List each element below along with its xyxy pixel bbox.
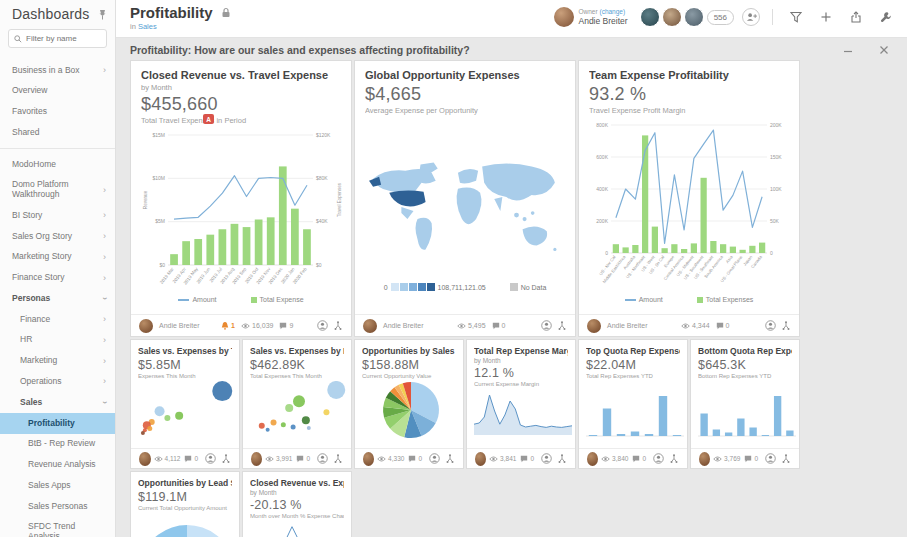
sidebar-item-sales[interactable]: Sales›: [0, 392, 115, 413]
area-chart[interactable]: [474, 389, 572, 435]
avatar[interactable]: [363, 452, 374, 466]
card-total-rep-expense-margin[interactable]: Total Rep Expense Margin by Month 12.1 %…: [466, 339, 576, 469]
filter-button[interactable]: [785, 6, 807, 28]
people-count-badge[interactable]: 556: [707, 10, 734, 25]
avatar[interactable]: [662, 7, 682, 27]
sidebar-item-revenue-analysis[interactable]: Revenue Analysis: [0, 455, 115, 476]
bubble-chart[interactable]: [138, 381, 236, 437]
sidebar-item-hr[interactable]: HR›: [0, 330, 115, 351]
sidebar-item-btb-rep-review[interactable]: BtB - Rep Review: [0, 434, 115, 455]
avatar[interactable]: [251, 452, 262, 466]
bar-chart[interactable]: [698, 381, 796, 437]
comments-stat[interactable]: 9: [279, 322, 293, 330]
filter-input[interactable]: [26, 34, 101, 43]
sidebar-item-business-in-a-box[interactable]: Business in a Box›: [0, 60, 115, 81]
sidebar-item-sales-apps[interactable]: Sales Apps: [0, 475, 115, 496]
combo-chart[interactable]: 800K200K600K150K400K100K200K50K00US - No…: [589, 117, 791, 295]
sidebar-item-marketing[interactable]: Marketing›: [0, 351, 115, 372]
owner-block[interactable]: Owner (change) Andie Breiter: [554, 7, 628, 27]
profile-icon[interactable]: [541, 320, 552, 331]
sidebar-item-finance-story[interactable]: Finance Story›: [0, 268, 115, 289]
card-opportunities-by-lead-source[interactable]: Opportunities by Lead So... $119.1M Curr…: [130, 471, 240, 537]
close-icon[interactable]: [879, 45, 889, 55]
sidebar-item-personas[interactable]: Personas›: [0, 288, 115, 309]
comments-stat[interactable]: 0: [744, 455, 758, 463]
card-team-expense-profitability[interactable]: Team Expense Profitability 93.2 % Travel…: [578, 60, 800, 337]
connections-icon[interactable]: [669, 453, 679, 464]
profile-icon[interactable]: [541, 453, 552, 464]
shared-avatars[interactable]: 556: [640, 7, 734, 27]
connections-icon[interactable]: [333, 320, 343, 331]
sidebar-item-favorites[interactable]: Favorites: [0, 102, 115, 123]
alert-badge[interactable]: A: [203, 114, 214, 124]
owner-avatar[interactable]: [554, 7, 574, 27]
avatar[interactable]: [684, 7, 704, 27]
card-closed-revenue-vs-expense[interactable]: Closed Revenue vs. Expe... by Month -20.…: [242, 471, 352, 537]
minimize-icon[interactable]: [843, 45, 853, 55]
avatar[interactable]: [139, 452, 151, 466]
sidebar-item-modohome[interactable]: ModoHome: [0, 154, 115, 175]
comments-stat[interactable]: 0: [492, 322, 506, 330]
sidebar-item-sales-org-story[interactable]: Sales Org Story›: [0, 226, 115, 247]
profile-icon[interactable]: [765, 320, 776, 331]
card-opportunities-by-sales-team[interactable]: Opportunities by Sales Te... $158.88M Cu…: [354, 339, 464, 469]
profile-icon[interactable]: [653, 453, 664, 464]
breadcrumb-link[interactable]: Sales: [138, 22, 157, 31]
card-closed-revenue-vs-travel-expense[interactable]: Closed Revenue vs. Travel Expense by Mon…: [130, 60, 352, 337]
card-sales-vs-expenses-by-territory[interactable]: Sales vs. Expenses by Ter... $5.85M Expe…: [130, 339, 240, 469]
bubble-chart[interactable]: [250, 381, 348, 437]
avatar[interactable]: [475, 452, 486, 466]
connections-icon[interactable]: [781, 320, 791, 331]
comments-stat[interactable]: 0: [408, 455, 422, 463]
sidebar-item-domo-platform-walkthrough[interactable]: Domo Platform Walkthrough›: [0, 175, 115, 206]
avatar[interactable]: [587, 319, 601, 333]
world-map-chart[interactable]: [365, 137, 567, 277]
line-chart[interactable]: [250, 521, 348, 537]
connections-icon[interactable]: [333, 453, 343, 464]
combo-chart[interactable]: $15M$120K$10M$80K$5M$40K$0$02019 Mar2019…: [141, 127, 343, 295]
pie-chart[interactable]: [362, 381, 460, 439]
sidebar-item-sfdc-trend-analysis[interactable]: SFDC Trend Analysis: [0, 517, 115, 537]
profile-icon[interactable]: [765, 453, 776, 464]
alerts-stat[interactable]: 1: [221, 321, 235, 330]
comments-stat[interactable]: 0: [296, 455, 310, 463]
avatar[interactable]: [640, 7, 660, 27]
sidebar-item-operations[interactable]: Operations›: [0, 371, 115, 392]
sidebar-filter[interactable]: [8, 29, 107, 48]
pie-chart[interactable]: [138, 513, 236, 537]
sidebar-item-marketing-story[interactable]: Marketing Story›: [0, 247, 115, 268]
avatar[interactable]: [699, 452, 710, 466]
card-sales-vs-expenses-by-industry[interactable]: Sales vs. Expenses by Ind... $462.89K To…: [242, 339, 352, 469]
settings-button[interactable]: [875, 6, 897, 28]
sidebar-item-finance[interactable]: Finance›: [0, 309, 115, 330]
connections-icon[interactable]: [557, 320, 567, 331]
owner-change-link[interactable]: (change): [599, 8, 625, 15]
pin-icon[interactable]: [98, 9, 107, 20]
profile-icon[interactable]: [317, 453, 328, 464]
sidebar-item-bi-story[interactable]: BI Story›: [0, 205, 115, 226]
connections-icon[interactable]: [445, 453, 455, 464]
bar-chart[interactable]: [586, 381, 684, 437]
comments-stat[interactable]: 0: [716, 322, 730, 330]
comments-stat[interactable]: 0: [184, 455, 198, 463]
avatar[interactable]: [587, 452, 598, 466]
profile-icon[interactable]: [429, 453, 440, 464]
comments-stat[interactable]: 0: [632, 455, 646, 463]
connections-icon[interactable]: [557, 453, 567, 464]
add-button[interactable]: [815, 6, 837, 28]
card-top-quota-rep-expenses[interactable]: Top Quota Rep Expenses $22.04M Total Rep…: [578, 339, 688, 469]
connections-icon[interactable]: [781, 453, 791, 464]
sidebar-item-shared[interactable]: Shared: [0, 122, 115, 143]
share-button[interactable]: [845, 6, 867, 28]
card-bottom-quota-rep-expenses[interactable]: Bottom Quota Rep Expen... $645.3K Bottom…: [690, 339, 800, 469]
avatar[interactable]: [139, 319, 153, 333]
comments-stat[interactable]: 0: [520, 455, 534, 463]
sidebar-item-overview[interactable]: Overview: [0, 81, 115, 102]
profile-icon[interactable]: [205, 453, 216, 464]
profile-icon[interactable]: [317, 320, 328, 331]
sidebar-item-sales-personas[interactable]: Sales Personas: [0, 496, 115, 517]
sidebar-item-profitability[interactable]: Profitability: [0, 413, 115, 434]
connections-icon[interactable]: [221, 453, 231, 464]
avatar[interactable]: [363, 319, 377, 333]
card-global-opportunity-expenses[interactable]: Global Opportunity Expenses $4,665 Avera…: [354, 60, 576, 337]
